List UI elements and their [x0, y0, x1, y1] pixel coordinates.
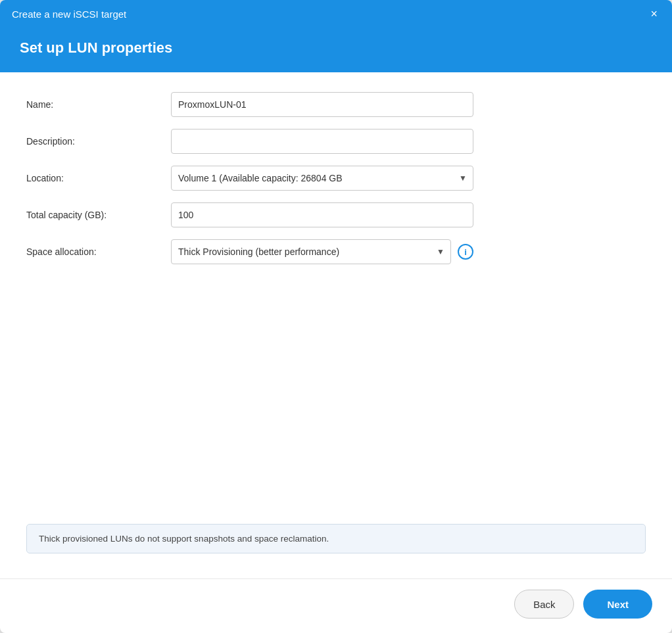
description-label: Description: — [26, 136, 171, 147]
back-button[interactable]: Back — [514, 590, 574, 619]
space-alloc-row: Space allocation: Thick Provisioning (be… — [26, 239, 646, 264]
next-button[interactable]: Next — [583, 590, 652, 619]
titlebar: Create a new iSCSI target × — [0, 0, 672, 28]
name-control — [171, 92, 473, 117]
name-label: Name: — [26, 99, 171, 110]
name-row: Name: — [26, 92, 646, 117]
space-alloc-select[interactable]: Thick Provisioning (better performance) … — [171, 239, 451, 264]
info-icon[interactable]: i — [458, 244, 473, 260]
dialog-window: Create a new iSCSI target × Set up LUN p… — [0, 0, 672, 633]
description-control — [171, 129, 473, 154]
info-note: Thick provisioned LUNs do not support sn… — [26, 524, 646, 553]
location-select[interactable]: Volume 1 (Available capacity: 26804 GB — [171, 166, 473, 191]
page-title: Set up LUN properties — [20, 39, 652, 57]
location-select-wrapper: Volume 1 (Available capacity: 26804 GB ▼ — [171, 166, 473, 191]
space-alloc-control: Thick Provisioning (better performance) … — [171, 239, 473, 264]
name-input[interactable] — [171, 92, 473, 117]
dialog-body: Name: Description: Location: Volume — [0, 72, 672, 578]
info-icon-label: i — [464, 247, 467, 257]
location-row: Location: Volume 1 (Available capacity: … — [26, 166, 646, 191]
description-row: Description: — [26, 129, 646, 154]
capacity-input[interactable] — [171, 202, 473, 227]
location-control: Volume 1 (Available capacity: 26804 GB ▼ — [171, 166, 473, 191]
dialog-header: Set up LUN properties — [0, 28, 672, 72]
dialog-footer: Back Next — [0, 578, 672, 633]
space-alloc-label: Space allocation: — [26, 246, 171, 257]
capacity-label: Total capacity (GB): — [26, 210, 171, 220]
capacity-row: Total capacity (GB): — [26, 202, 646, 227]
form-section: Name: Description: Location: Volume — [26, 92, 646, 524]
description-input[interactable] — [171, 129, 473, 154]
capacity-control — [171, 202, 473, 227]
space-alloc-inner: Thick Provisioning (better performance) … — [171, 239, 473, 264]
info-note-text: Thick provisioned LUNs do not support sn… — [39, 534, 329, 544]
dialog-title: Create a new iSCSI target — [12, 9, 126, 20]
space-alloc-select-wrapper: Thick Provisioning (better performance) … — [171, 239, 451, 264]
location-label: Location: — [26, 173, 171, 183]
close-button[interactable]: × — [648, 7, 660, 21]
